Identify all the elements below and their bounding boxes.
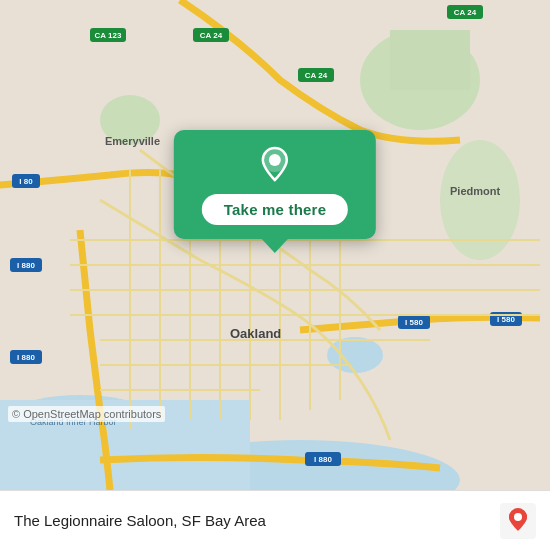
svg-text:Oakland: Oakland — [230, 326, 281, 341]
svg-text:I 880: I 880 — [314, 455, 332, 464]
location-pin-icon — [256, 146, 294, 184]
svg-point-50 — [269, 154, 281, 166]
moovit-logo-icon — [500, 503, 536, 539]
moovit-logo — [500, 503, 536, 539]
svg-point-53 — [514, 513, 522, 521]
map-container: I 80 I 880 I 880 I 880 I 580 I 580 CA 24… — [0, 0, 550, 490]
svg-text:I 80: I 80 — [19, 177, 33, 186]
svg-text:CA 24: CA 24 — [305, 71, 328, 80]
svg-text:I 880: I 880 — [17, 261, 35, 270]
svg-text:CA 24: CA 24 — [200, 31, 223, 40]
svg-text:I 880: I 880 — [17, 353, 35, 362]
place-name: The Legionnaire Saloon, SF Bay Area — [14, 512, 266, 529]
svg-text:CA 24: CA 24 — [454, 8, 477, 17]
take-me-there-button[interactable]: Take me there — [202, 194, 348, 225]
svg-text:Piedmont: Piedmont — [450, 185, 500, 197]
svg-point-7 — [440, 140, 520, 260]
svg-text:I 580: I 580 — [497, 315, 515, 324]
svg-text:Emeryville: Emeryville — [105, 135, 160, 147]
svg-point-4 — [327, 337, 383, 373]
copyright-text: © OpenStreetMap contributors — [8, 406, 165, 422]
popup-card: Take me there — [174, 130, 376, 239]
bottom-bar: The Legionnaire Saloon, SF Bay Area — [0, 490, 550, 550]
svg-text:I 580: I 580 — [405, 318, 423, 327]
svg-text:CA 123: CA 123 — [95, 31, 122, 40]
svg-rect-8 — [390, 30, 470, 90]
